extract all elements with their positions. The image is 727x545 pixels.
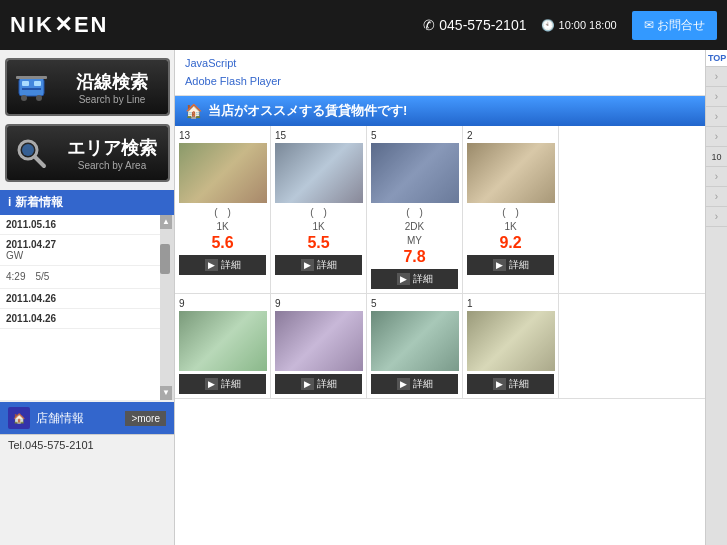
svg-rect-1 [22, 81, 29, 86]
breadcrumb-javascript[interactable]: JavaScript [185, 55, 695, 73]
header: NIK✕EN ✆ 045-575-2101 🕙 10:00 18:00 ✉ お問… [0, 0, 727, 50]
business-hours: 🕙 10:00 18:00 [541, 19, 616, 32]
arrow-icon-3: › [715, 111, 718, 122]
property-price-2: 5.5 [275, 234, 362, 252]
main-layout: 沿線検索 Search by Line エリア検索 Search by Area [0, 50, 727, 545]
news-scroll-down[interactable]: ▼ [160, 386, 172, 400]
property-card-6: 9 ▶ 詳細 [271, 294, 367, 398]
property-detail-btn-8[interactable]: ▶ 詳細 [467, 374, 554, 394]
left-sidebar: 沿線検索 Search by Line エリア検索 Search by Area [0, 50, 175, 545]
property-card-4: 2 ( ) 1K 9.2 ▶ 詳細 [463, 126, 559, 293]
right-nav-4[interactable]: › [706, 127, 727, 147]
news-scroll-area: ▲ ▼ 2011.05.16 2011.04.27 GW 4:29 5/5 20… [0, 215, 174, 400]
news-content-2: GW [6, 250, 156, 261]
shop-info: 🏠 店舗情報 >more [0, 402, 174, 434]
property-info-4: ( ) 1K [467, 206, 554, 234]
property-detail-btn-4[interactable]: ▶ 詳細 [467, 255, 554, 275]
right-nav-7[interactable]: › [706, 187, 727, 207]
properties-container[interactable]: 13 ( ) 1K 5.6 ▶ 詳細 15 ( [175, 126, 705, 545]
play-icon-6: ▶ [301, 378, 314, 390]
news-item-5: 2011.04.26 [0, 309, 174, 329]
right-nav-label-5: 10 [711, 152, 721, 162]
property-detail-label-8: 詳細 [509, 377, 529, 391]
property-img-1 [179, 143, 267, 203]
play-icon-1: ▶ [205, 259, 218, 271]
property-detail-btn-6[interactable]: ▶ 詳細 [275, 374, 362, 394]
property-num-3: 5 [371, 130, 458, 141]
train-icon [7, 58, 57, 116]
news-item-4: 2011.04.26 [0, 289, 174, 309]
play-icon-8: ▶ [493, 378, 506, 390]
arrow-icon-7: › [715, 191, 718, 202]
logo: NIK✕EN [10, 12, 108, 38]
property-type-2: ( ) [310, 207, 327, 218]
property-img-2 [275, 143, 363, 203]
svg-rect-3 [22, 88, 41, 90]
property-img-8 [467, 311, 555, 371]
property-detail-btn-5[interactable]: ▶ 詳細 [179, 374, 266, 394]
right-nav-3[interactable]: › [706, 107, 727, 127]
svg-point-8 [22, 144, 34, 156]
property-card-7: 5 ▶ 詳細 [367, 294, 463, 398]
property-type-1: ( ) [214, 207, 231, 218]
property-info-2: ( ) 1K [275, 206, 362, 234]
news-scrollbar[interactable]: ▲ ▼ [160, 215, 174, 400]
news-scrollbar-thumb[interactable] [160, 244, 170, 274]
contact-button[interactable]: ✉ お問合せ [632, 11, 717, 40]
property-num-5: 9 [179, 298, 266, 309]
property-detail-btn-1[interactable]: ▶ 詳細 [179, 255, 266, 275]
arrow-icon-4: › [715, 131, 718, 142]
right-nav-2[interactable]: › [706, 87, 727, 107]
recommend-header: 🏠 当店がオススメする賃貸物件です! [175, 96, 705, 126]
svg-point-4 [21, 95, 27, 101]
play-icon-3: ▶ [397, 273, 410, 285]
more-button[interactable]: >more [125, 411, 166, 426]
play-icon-2: ▶ [301, 259, 314, 271]
property-num-1: 13 [179, 130, 266, 141]
property-num-8: 1 [467, 298, 554, 309]
right-nav-6[interactable]: › [706, 167, 727, 187]
property-num-4: 2 [467, 130, 554, 141]
property-detail-btn-7[interactable]: ▶ 詳細 [371, 374, 458, 394]
area-search-ja: エリア検索 [57, 136, 168, 160]
svg-rect-6 [16, 76, 47, 79]
news-scroll-up[interactable]: ▲ [160, 215, 172, 229]
right-sidebar: TOP › › › › 10 › › › [705, 50, 727, 545]
shop-icon: 🏠 [8, 407, 30, 429]
property-num-7: 5 [371, 298, 458, 309]
breadcrumb-flash[interactable]: Adobe Flash Player [185, 73, 695, 91]
line-search-button[interactable]: 沿線検索 Search by Line [5, 58, 170, 116]
magnify-icon [7, 124, 57, 182]
arrow-icon-2: › [715, 91, 718, 102]
property-info-1: ( ) 1K [179, 206, 266, 234]
news-date-2: 2011.04.27 [6, 239, 156, 250]
news-date-5: 2011.04.26 [6, 313, 156, 324]
right-nav-8[interactable]: › [706, 207, 727, 227]
property-info-3: ( ) 2DK MY [371, 206, 458, 248]
property-price-3: 7.8 [371, 248, 458, 266]
right-nav-1[interactable]: › [706, 67, 727, 87]
property-card-8: 1 ▶ 詳細 [463, 294, 559, 398]
property-card-3: 5 ( ) 2DK MY 7.8 ▶ 詳細 [367, 126, 463, 293]
property-card-2: 15 ( ) 1K 5.5 ▶ 詳細 [271, 126, 367, 293]
news-item-3: 4:29 5/5 [0, 266, 174, 289]
property-sublabel-3: MY [407, 235, 422, 246]
property-detail-label-7: 詳細 [413, 377, 433, 391]
property-card-1: 13 ( ) 1K 5.6 ▶ 詳細 [175, 126, 271, 293]
play-icon-5: ▶ [205, 378, 218, 390]
property-img-4 [467, 143, 555, 203]
news-date-1: 2011.05.16 [6, 219, 156, 230]
area-search-text: エリア検索 Search by Area [57, 136, 168, 171]
property-price-1: 5.6 [179, 234, 266, 252]
news-header-label: i 新着情報 [8, 194, 63, 211]
property-detail-btn-2[interactable]: ▶ 詳細 [275, 255, 362, 275]
right-nav-top[interactable]: TOP [706, 50, 727, 67]
property-detail-label-5: 詳細 [221, 377, 241, 391]
property-detail-label-4: 詳細 [509, 258, 529, 272]
property-price-4: 9.2 [467, 234, 554, 252]
right-nav-5[interactable]: 10 [706, 147, 727, 167]
play-icon-4: ▶ [493, 259, 506, 271]
property-layout-4: 1K [504, 221, 516, 232]
property-detail-btn-3[interactable]: ▶ 詳細 [371, 269, 458, 289]
area-search-button[interactable]: エリア検索 Search by Area [5, 124, 170, 182]
